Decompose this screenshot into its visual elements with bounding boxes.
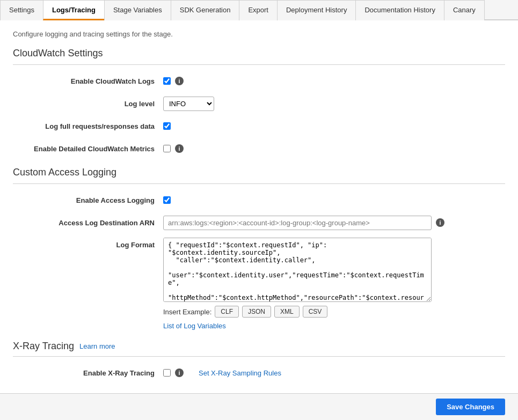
access-log-destination-control: i [163, 216, 444, 230]
log-full-requests-label: Log full requests/responses data [13, 122, 163, 130]
log-level-row: Log level OFF ERROR INFO DEBUG [13, 96, 505, 111]
clf-button[interactable]: CLF [215, 306, 239, 318]
log-level-label: Log level [13, 100, 163, 108]
tab-logs-tracing[interactable]: Logs/Tracing [43, 0, 104, 20]
access-log-destination-row: Access Log Destination ARN i [13, 215, 505, 230]
tab-export[interactable]: Export [239, 0, 277, 20]
insert-example-label: Insert Example: [163, 308, 211, 316]
enable-detailed-metrics-row: Enable Detailed CloudWatch Metrics i [13, 141, 505, 156]
main-content: Configure logging and tracing settings f… [0, 20, 518, 401]
csv-button[interactable]: CSV [303, 306, 328, 318]
access-log-destination-input[interactable] [163, 216, 432, 230]
log-level-control: OFF ERROR INFO DEBUG [163, 97, 214, 111]
tab-sdk-generation[interactable]: SDK Generation [171, 0, 239, 20]
tab-settings[interactable]: Settings [0, 0, 43, 20]
enable-xray-info-icon[interactable]: i [175, 369, 184, 377]
access-log-destination-label: Access Log Destination ARN [13, 219, 163, 227]
footer: Save Changes [0, 393, 518, 420]
tab-deployment-history[interactable]: Deployment History [277, 0, 355, 20]
cloudwatch-section: CloudWatch Settings Enable CloudWatch Lo… [13, 48, 505, 156]
log-full-requests-control [163, 122, 171, 130]
cloudwatch-divider [13, 64, 505, 65]
enable-detailed-metrics-checkbox[interactable] [163, 145, 171, 152]
log-full-requests-checkbox[interactable] [163, 122, 171, 130]
page-description: Configure logging and tracing settings f… [13, 30, 505, 38]
enable-cloudwatch-checkbox[interactable] [163, 77, 171, 85]
enable-cloudwatch-control: i [163, 77, 184, 85]
xray-section-header: X-Ray Tracing [13, 341, 74, 352]
enable-xray-row: Enable X-Ray Tracing i Set X-Ray Samplin… [13, 365, 505, 380]
enable-xray-control: i Set X-Ray Sampling Rules [163, 369, 281, 377]
log-format-label: Log Format [13, 238, 163, 249]
enable-access-logging-checkbox[interactable] [163, 196, 171, 204]
log-format-row: Log Format { "requestId":"$context.reque… [13, 238, 505, 330]
enable-cloudwatch-info-icon[interactable]: i [175, 77, 184, 85]
xray-divider [13, 356, 505, 357]
custom-logging-divider [13, 183, 505, 184]
tab-documentation-history[interactable]: Documentation History [355, 0, 444, 20]
enable-cloudwatch-label: Enable CloudWatch Logs [13, 77, 163, 85]
custom-logging-section-header: Custom Access Logging [13, 167, 505, 181]
list-log-variables-link[interactable]: List of Log Variables [163, 322, 432, 330]
log-format-textarea[interactable]: { "requestId":"$context.requestId", "ip"… [163, 238, 432, 302]
cloudwatch-section-header: CloudWatch Settings [13, 48, 505, 62]
tab-bar: Settings Logs/Tracing Stage Variables SD… [0, 0, 518, 20]
enable-access-logging-row: Enable Access Logging [13, 193, 505, 208]
tab-canary[interactable]: Canary [444, 0, 485, 20]
log-level-select[interactable]: OFF ERROR INFO DEBUG [163, 97, 214, 111]
enable-xray-checkbox[interactable] [163, 369, 171, 377]
access-log-destination-info-icon[interactable]: i [436, 218, 444, 227]
json-button[interactable]: JSON [242, 306, 271, 318]
xml-button[interactable]: XML [274, 306, 300, 318]
xray-section: X-Ray Tracing Learn more Enable X-Ray Tr… [13, 341, 505, 380]
tab-stage-variables[interactable]: Stage Variables [104, 0, 171, 20]
custom-logging-section: Custom Access Logging Enable Access Logg… [13, 167, 505, 330]
enable-access-logging-control [163, 196, 171, 204]
log-format-textarea-wrapper: { "requestId":"$context.requestId", "ip"… [163, 238, 432, 304]
enable-access-logging-label: Enable Access Logging [13, 196, 163, 204]
enable-xray-label: Enable X-Ray Tracing [13, 369, 163, 377]
learn-more-link[interactable]: Learn more [79, 342, 115, 350]
enable-detailed-metrics-control: i [163, 144, 184, 153]
xray-header-row: X-Ray Tracing Learn more [13, 341, 505, 352]
set-sampling-rules-link[interactable]: Set X-Ray Sampling Rules [199, 369, 281, 377]
log-format-control: { "requestId":"$context.requestId", "ip"… [163, 238, 432, 330]
log-full-requests-row: Log full requests/responses data [13, 119, 505, 134]
enable-detailed-metrics-info-icon[interactable]: i [175, 144, 184, 153]
enable-detailed-metrics-label: Enable Detailed CloudWatch Metrics [13, 145, 163, 153]
save-changes-button[interactable]: Save Changes [436, 399, 505, 415]
enable-cloudwatch-row: Enable CloudWatch Logs i [13, 73, 505, 89]
insert-example-row: Insert Example: CLF JSON XML CSV [163, 306, 432, 318]
